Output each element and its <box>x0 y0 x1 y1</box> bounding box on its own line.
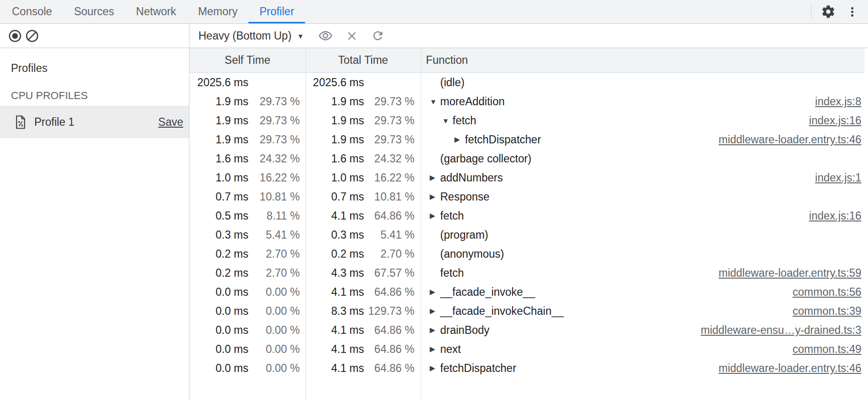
total-time-percent: 29.73 % <box>364 133 414 146</box>
tree-expand-arrow-icon[interactable]: ▼ <box>442 117 453 125</box>
tab-network[interactable]: Network <box>125 0 187 23</box>
tree-expand-arrow-icon[interactable]: ▼ <box>430 98 440 106</box>
column-header-function[interactable]: Function <box>421 54 865 67</box>
total-time-percent: 5.41 % <box>364 229 414 241</box>
record-profile-button[interactable] <box>8 29 22 43</box>
table-row[interactable]: 0.3 ms 5.41 % 0.3 ms 5.41 % (program) <box>189 225 868 244</box>
table-row[interactable]: 0.0 ms 0.00 % 4.1 ms 64.86 % ▶ __facade_… <box>189 282 868 301</box>
table-row[interactable]: 0.0 ms 0.00 % 4.1 ms 64.86 % ▶ fetchDisp… <box>189 359 868 378</box>
column-divider[interactable] <box>306 48 306 401</box>
source-location-link[interactable]: common.ts:56 <box>793 286 868 299</box>
table-row[interactable]: 0.5 ms 8.11 % 4.1 ms 64.86 % ▶ fetch ind… <box>189 206 868 225</box>
function-cell: ▶ __facade_invokeChain__ common.ts:39 <box>421 305 868 318</box>
source-location-link[interactable]: common.ts:49 <box>793 343 868 356</box>
sidebar-item-profile-1[interactable]: Profile 1 Save <box>0 106 189 138</box>
tab-console[interactable]: Console <box>1 0 63 23</box>
table-row[interactable]: 0.0 ms 0.00 % 4.1 ms 64.86 % ▶ next comm… <box>189 340 868 359</box>
more-options-button[interactable] <box>846 5 858 19</box>
function-cell: ▼ moreAddition index.js:8 <box>421 95 868 108</box>
total-time-cell: 1.9 ms 29.73 % <box>306 133 421 146</box>
self-time-value: 0.2 ms <box>189 267 248 280</box>
function-cell: (anonymous) <box>421 248 868 261</box>
source-location-link[interactable]: middleware-loader.entry.ts:59 <box>719 267 868 280</box>
clear-profiles-button[interactable] <box>25 29 39 43</box>
tab-memory[interactable]: Memory <box>187 0 248 23</box>
restore-all-button[interactable] <box>371 29 385 42</box>
column-divider[interactable] <box>421 48 421 401</box>
column-header-total-time[interactable]: Total Time <box>306 54 421 67</box>
profiles-toolbar <box>0 24 189 48</box>
table-row[interactable]: 0.2 ms 2.70 % 4.3 ms 67.57 % fetch middl… <box>189 263 868 282</box>
table-row[interactable]: 0.0 ms 0.00 % 4.1 ms 64.86 % ▶ drainBody… <box>189 321 868 340</box>
view-mode-dropdown[interactable]: Heavy (Bottom Up) ▼ <box>198 30 304 42</box>
table-row[interactable]: 1.0 ms 16.22 % 1.0 ms 16.22 % ▶ addNumbe… <box>189 168 868 187</box>
save-profile-link[interactable]: Save <box>158 116 183 129</box>
total-time-percent: 29.73 % <box>364 114 414 127</box>
total-time-value: 1.9 ms <box>306 133 364 146</box>
tab-sources[interactable]: Sources <box>63 0 125 23</box>
tab-profiler[interactable]: Profiler <box>248 0 305 23</box>
source-location-link[interactable]: middleware-loader.entry.ts:46 <box>719 362 868 375</box>
source-location-link[interactable]: index.js:1 <box>815 171 868 184</box>
tree-expand-arrow-icon[interactable]: ▶ <box>430 326 440 334</box>
source-location-link[interactable]: index.js:16 <box>809 210 868 222</box>
clear-icon <box>25 29 39 43</box>
tree-expand-arrow-icon[interactable]: ▶ <box>430 173 440 182</box>
total-time-percent: 29.73 % <box>364 95 414 108</box>
self-time-value: 0.0 ms <box>189 305 248 318</box>
source-location-link[interactable]: index.js:8 <box>815 95 868 108</box>
profile-name: Profile 1 <box>34 116 74 129</box>
self-time-percent: 0.00 % <box>248 305 300 318</box>
table-row[interactable]: 0.0 ms 0.00 % 8.3 ms 129.73 % ▶ __facade… <box>189 301 868 321</box>
function-name: __facade_invoke__ <box>440 286 535 299</box>
profile-view: Heavy (Bottom Up) ▼ Self Time Total Time… <box>189 24 868 401</box>
table-row[interactable]: 1.6 ms 24.32 % 1.6 ms 24.32 % (garbage c… <box>189 149 868 168</box>
self-time-cell: 1.9 ms 29.73 % <box>189 95 306 108</box>
focus-selected-button[interactable] <box>318 29 333 43</box>
function-name: moreAddition <box>440 95 505 108</box>
table-row[interactable]: 1.9 ms 29.73 % 1.9 ms 29.73 % ▶ fetchDis… <box>189 130 868 149</box>
tree-expand-arrow-icon[interactable]: ▶ <box>454 135 465 144</box>
tree-expand-arrow-icon[interactable]: ▶ <box>430 192 440 201</box>
total-time-cell: 2025.6 ms <box>306 76 421 89</box>
source-location-link[interactable]: common.ts:39 <box>793 305 868 318</box>
self-time-cell: 2025.6 ms <box>189 76 306 89</box>
tree-expand-arrow-icon[interactable]: ▶ <box>430 345 440 353</box>
function-cell: ▶ drainBody middleware-ensu…y-drained.ts… <box>421 324 868 337</box>
tree-expand-arrow-icon[interactable]: ▶ <box>430 211 440 220</box>
column-header-self-time[interactable]: Self Time <box>189 54 306 67</box>
table-row[interactable]: 1.9 ms 29.73 % 1.9 ms 29.73 % ▼ moreAddi… <box>189 92 868 111</box>
total-time-value: 4.1 ms <box>306 343 364 356</box>
tree-expand-arrow-icon[interactable]: ▶ <box>430 364 440 372</box>
total-time-cell: 4.1 ms 64.86 % <box>306 324 421 337</box>
table-row[interactable]: 1.9 ms 29.73 % 1.9 ms 29.73 % ▼ fetch in… <box>189 111 868 130</box>
exclude-selected-button[interactable] <box>345 30 358 42</box>
self-time-value: 0.7 ms <box>189 190 248 203</box>
self-time-value: 0.5 ms <box>189 210 248 222</box>
table-row[interactable]: 0.7 ms 10.81 % 0.7 ms 10.81 % ▶ Response <box>189 187 868 206</box>
source-location-link[interactable]: middleware-loader.entry.ts:46 <box>719 133 868 146</box>
scrollbar-gutter[interactable] <box>865 48 868 401</box>
self-time-value: 2025.6 ms <box>189 76 248 89</box>
table-row[interactable]: 0.2 ms 2.70 % 0.2 ms 2.70 % (anonymous) <box>189 244 868 263</box>
function-cell: ▶ fetchDispatcher middleware-loader.entr… <box>421 362 868 375</box>
self-time-percent: 0.00 % <box>248 362 300 375</box>
total-time-percent: 10.81 % <box>364 190 414 203</box>
tree-expand-arrow-icon[interactable]: ▶ <box>430 288 440 296</box>
function-name: fetch <box>440 210 464 222</box>
refresh-icon <box>371 29 385 42</box>
self-time-cell: 1.6 ms 24.32 % <box>189 152 306 165</box>
total-time-value: 1.0 ms <box>306 171 364 184</box>
settings-button[interactable] <box>821 4 836 19</box>
self-time-cell: 0.5 ms 8.11 % <box>189 210 306 222</box>
tree-expand-arrow-icon[interactable]: ▶ <box>430 307 440 315</box>
source-location-link[interactable]: middleware-ensu…y-drained.ts:3 <box>701 324 868 337</box>
function-cell: fetch middleware-loader.entry.ts:59 <box>421 267 868 280</box>
source-location-link[interactable]: index.js:16 <box>809 114 868 127</box>
record-icon <box>8 29 22 43</box>
table-row[interactable]: 2025.6 ms 2025.6 ms (idle) <box>189 73 868 92</box>
function-name: next <box>440 343 461 356</box>
total-time-value: 2025.6 ms <box>306 76 364 89</box>
function-name: fetch <box>440 267 464 280</box>
self-time-value: 1.9 ms <box>189 95 248 108</box>
